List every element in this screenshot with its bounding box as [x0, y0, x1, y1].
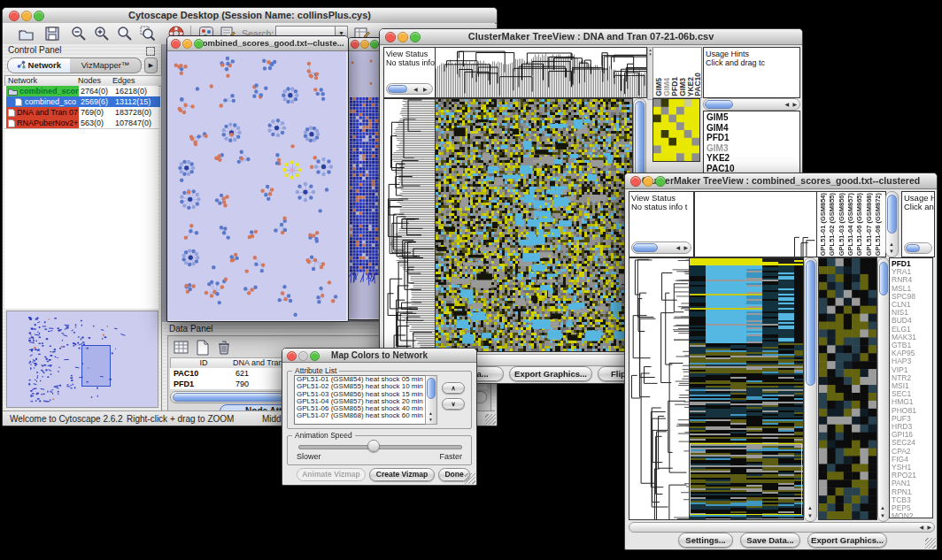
strip-titlebar[interactable] [348, 38, 382, 51]
view-status-hscrollbar[interactable]: ◀ ▶ [631, 242, 691, 254]
cytoscape-titlebar[interactable]: Cytoscape Desktop (Session Name: collins… [3, 8, 497, 24]
bottom-hscrollbar[interactable]: ◀ ▶ [629, 522, 935, 533]
tab-network[interactable]: Network [7, 58, 71, 73]
scrollbar-thumb[interactable] [705, 100, 733, 109]
scroll-down-icon[interactable]: ▼ [429, 417, 433, 422]
scrollbar-thumb[interactable] [887, 195, 897, 234]
dialog-titlebar[interactable]: Map Colors to Network [282, 349, 476, 363]
new-document-icon[interactable] [195, 340, 211, 356]
speed-slider-track[interactable] [298, 445, 462, 449]
open-icon[interactable] [17, 25, 35, 42]
dense-network-canvas[interactable] [348, 51, 381, 318]
cell-value[interactable]: 790 [236, 380, 249, 388]
heatmap-canvas[interactable] [689, 257, 804, 520]
column-labels-vscrollbar[interactable]: ▲ ▼ [885, 191, 899, 257]
scroll-right-icon[interactable]: ▶ [683, 245, 688, 250]
close-button[interactable] [630, 176, 641, 187]
export-graphics-button[interactable]: Export Graphics... [509, 366, 592, 381]
row-labels-panel[interactable]: PFD1YRA1RNR4MSL1SPC98CLN1NIS1BUD4ELG1MAK… [889, 257, 933, 518]
trash-icon[interactable] [216, 340, 232, 356]
speed-slider-thumb[interactable] [367, 440, 380, 452]
tab-vizmapper[interactable]: VizMapper™ [70, 58, 142, 73]
scrollbar-thumb[interactable] [806, 260, 815, 386]
minimize-button[interactable] [398, 32, 408, 42]
labels-hscrollbar[interactable]: ◀ ▶ [703, 98, 800, 111]
zoom-heatmap-canvas[interactable] [818, 257, 877, 520]
scroll-left-icon[interactable]: ◀ [676, 245, 680, 250]
resize-grip[interactable] [925, 538, 936, 548]
heatmap-canvas[interactable] [435, 98, 633, 352]
table-icon[interactable] [174, 340, 189, 356]
scroll-up-icon[interactable]: ▲ [807, 505, 813, 510]
scroll-down-icon[interactable]: ▼ [807, 513, 813, 518]
view-status-hscrollbar[interactable]: ◀ ▶ [386, 83, 433, 95]
animate-vizmap-button[interactable]: Animate Vizmap [297, 468, 366, 481]
table-row[interactable]: combined_scores 2764(0) 16218(0) [6, 86, 160, 96]
heatmap-vscrollbar[interactable]: ▲ ▼ [804, 257, 817, 522]
cell-id[interactable]: PFD1 [174, 380, 194, 388]
save-icon[interactable] [43, 25, 61, 42]
attribute-list-vscrollbar[interactable]: ▲ ▼ [425, 375, 437, 425]
zoom-fit-icon[interactable] [116, 25, 134, 42]
table-row[interactable]: RNAPuberNov2+| 563(0) 107847(0) [6, 118, 160, 128]
scroll-up-icon[interactable]: ▲ [429, 410, 433, 416]
zoom-heatmap-canvas[interactable] [652, 98, 700, 162]
minimize-button[interactable] [643, 176, 653, 187]
attribute-list-item[interactable]: GPL51-07 (GSM868) heat shock 60 min [295, 412, 436, 419]
scroll-right-icon[interactable]: ▶ [927, 525, 931, 530]
scroll-down-icon[interactable]: ▼ [880, 513, 885, 518]
table-row[interactable]: combined_sco 2569(6) 13112(15) [6, 96, 160, 107]
birdseye-view-canvas[interactable] [6, 311, 158, 408]
row-dendrogram-canvas[interactable] [629, 257, 691, 520]
resize-grip[interactable] [465, 473, 475, 484]
zoom-vscrollbar[interactable]: ▲ ▼ [877, 257, 890, 522]
scrollbar-thumb[interactable] [879, 262, 888, 295]
scroll-left-icon[interactable]: ◀ [413, 87, 418, 92]
treeview2-titlebar[interactable]: ClusterMaker TreeView : combined_scores_… [625, 173, 937, 189]
minimize-button[interactable] [21, 11, 32, 21]
scroll-right-icon[interactable]: ▶ [792, 102, 797, 107]
scrollbar-thumb[interactable] [427, 378, 436, 399]
column-dendrogram-canvas[interactable] [694, 191, 817, 257]
zoom-button[interactable] [410, 32, 421, 42]
close-button[interactable] [287, 351, 297, 361]
resize-grip[interactable] [485, 414, 496, 425]
zoom-button[interactable] [310, 351, 320, 361]
zoom-selected-icon[interactable] [139, 25, 157, 42]
minimize-button[interactable] [360, 40, 369, 49]
zoom-button[interactable] [370, 40, 379, 49]
tab-overflow-button[interactable]: ▶ [144, 58, 158, 73]
zoom-button[interactable] [194, 39, 204, 49]
minimize-button[interactable] [298, 351, 308, 361]
row-dendrogram-canvas[interactable] [383, 98, 436, 352]
settings-button[interactable]: Settings... [678, 533, 733, 548]
create-vizmap-button[interactable]: Create Vizmap [369, 468, 435, 481]
scroll-down-icon[interactable]: ▼ [889, 249, 894, 254]
zoom-button[interactable] [34, 11, 44, 21]
scroll-up-icon[interactable]: ▲ [889, 242, 894, 247]
attribute-list[interactable]: GPL51-01 (GSM854) heat shock 05 minGPL51… [294, 375, 437, 425]
cell-id[interactable]: PAC10 [174, 369, 198, 378]
network-list-empty[interactable] [4, 128, 158, 309]
zoom-button[interactable] [655, 176, 666, 187]
move-down-button[interactable]: ∨ [442, 398, 465, 410]
close-button[interactable] [171, 39, 181, 49]
network-view-titlebar[interactable]: combined_scores_good.txt--cluste... [167, 36, 348, 51]
scrollbar-thumb[interactable] [388, 85, 407, 93]
scroll-left-icon[interactable]: ◀ [784, 102, 789, 107]
close-button[interactable] [9, 11, 19, 21]
export-graphics-button[interactable]: Export Graphics... [807, 533, 887, 548]
column-dendrogram-canvas[interactable] [435, 47, 647, 98]
cell-value[interactable]: 621 [236, 369, 249, 378]
scroll-right-icon[interactable]: ▶ [423, 87, 428, 92]
scrollbar-thumb[interactable] [906, 244, 920, 252]
scroll-up-icon[interactable]: ▲ [880, 505, 885, 510]
zoom-in-icon[interactable] [93, 25, 111, 42]
scrollbar-thumb[interactable] [633, 243, 658, 252]
move-up-button[interactable]: ∧ [442, 382, 465, 394]
network-graph-canvas[interactable] [167, 51, 346, 320]
treeview1-titlebar[interactable]: ClusterMaker TreeView : DNA and Tran 07-… [380, 29, 802, 45]
close-button[interactable] [351, 40, 359, 49]
scroll-left-icon[interactable]: ◀ [919, 525, 923, 530]
table-row[interactable]: DNA and Tran 07 769(0) 183728(0) [6, 107, 160, 118]
